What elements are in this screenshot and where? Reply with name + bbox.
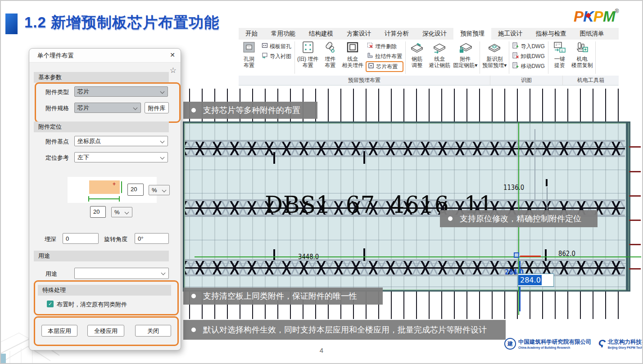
chevron-down-icon: [161, 271, 166, 275]
hole-layout-icon: [242, 41, 256, 55]
callout-multi-attachment: 支持芯片等多种附件的布置: [183, 102, 317, 119]
dim-862: 862.0: [558, 250, 575, 258]
chip-layout-button-highlighted[interactable]: 芯片布置: [366, 61, 403, 72]
recognize-embed-button[interactable]: 新识别 预留预埋▾: [481, 40, 508, 76]
toolbar-separator: [595, 41, 596, 74]
chevron-down-icon: [160, 139, 165, 144]
offset-bottom-input[interactable]: 20: [90, 206, 106, 218]
svg-text:E: E: [561, 49, 563, 52]
mep-floor-copy-button[interactable]: 机电 楼层复制: [570, 40, 594, 76]
tab-fangan[interactable]: 方案设计: [340, 28, 378, 40]
embed-depth-label: 埋深: [45, 235, 56, 243]
usage-select[interactable]: [74, 268, 169, 279]
apply-floor-button[interactable]: 本层应用: [41, 325, 77, 337]
clear-same-type-checkbox[interactable]: ✓: [47, 301, 54, 307]
unload-dwg-icon: [512, 52, 519, 60]
pkpm-logo: PKPM®: [574, 8, 618, 25]
tab-tuzhi[interactable]: 图纸清单: [573, 28, 611, 40]
offset-right-unit-select[interactable]: %: [149, 185, 170, 195]
tab-shenhua[interactable]: 深化设计: [416, 28, 453, 40]
attachment-library-button[interactable]: 附件库: [145, 102, 169, 113]
callout-clear-same-type: 支持清空板上同类附件，保证附件的唯一性: [183, 288, 383, 305]
formwork-hole-button[interactable]: 模板留孔: [260, 41, 293, 51]
tab-kaishi[interactable]: 开始: [239, 28, 264, 40]
section-special-handle: 特殊处理: [38, 285, 171, 296]
embed-delete-icon: [367, 42, 373, 50]
toolbar-separator: [548, 41, 548, 74]
dialog-titlebar[interactable]: 单个埋件布置 ✕: [29, 49, 181, 63]
old-embed-layout-icon: [301, 41, 315, 55]
tab-shigong[interactable]: 施工设计: [491, 28, 529, 40]
old-embed-layout-button[interactable]: (旧) 埋件 布置: [296, 40, 320, 76]
move-dwg-button[interactable]: 移动DWG: [511, 61, 546, 71]
offset-bottom-unit-select[interactable]: %: [111, 207, 132, 217]
embed-tools-stack: 埋件删除 拉结件布置 芯片布置: [365, 40, 404, 76]
dimension-edit-input[interactable]: 284.0: [518, 274, 554, 287]
ribbon-group-captions: 预留预埋布置 识图 机电工具箱: [239, 76, 619, 85]
move-dwg-icon: [512, 62, 519, 70]
hole-layout-button[interactable]: 孔洞 布置: [239, 40, 259, 76]
locate-ref-label: 定位参考: [45, 154, 69, 162]
ribbon-toolbar: 孔洞 布置 模板留孔 导入衬图 (旧) 埋件 布置 埋件 布置: [239, 40, 619, 76]
tab-jiegou[interactable]: 结构建模: [302, 28, 340, 40]
embed-layout-button[interactable]: 埋件 布置: [320, 40, 340, 76]
tie-layout-button[interactable]: 拉结件布置: [366, 51, 403, 61]
rotate-angle-input[interactable]: 0°: [135, 233, 169, 244]
favorite-star-icon[interactable]: ☆: [170, 66, 177, 75]
preview-basepoint-cross: +: [113, 181, 116, 187]
group-caption-embed-layout: 预留预埋布置: [239, 76, 490, 85]
attachment-type-label: 附件类型: [45, 88, 69, 96]
footer-logos: 建 中国建筑科学研究院有限公司 China Academy of Buildin…: [504, 337, 643, 350]
close-button[interactable]: 关闭: [135, 325, 171, 337]
mep-floor-copy-icon: [575, 41, 589, 55]
bullet-icon: [448, 216, 453, 221]
toolbar-separator: [405, 41, 406, 74]
highlight-box-buttons: 本层应用 全楼应用 关闭: [34, 316, 179, 346]
formwork-stack: 模板留孔 导入衬图: [259, 40, 294, 76]
wirebox-avoid-rebar-icon: [433, 41, 446, 55]
offset-right-input[interactable]: 20: [127, 184, 144, 196]
unload-dwg-button[interactable]: 卸载DWG: [511, 51, 546, 61]
tab-zhibiao[interactable]: 指标与检查: [529, 28, 573, 40]
base-point-select[interactable]: 坐标原点: [74, 136, 168, 146]
apply-building-button[interactable]: 全楼应用: [87, 325, 124, 337]
import-dwg-icon: [512, 42, 519, 50]
glory-pkpm-glyph-icon: Ϛ: [597, 337, 607, 350]
one-key-submit-button[interactable]: E 一键 提资: [549, 40, 570, 76]
embed-delete-button[interactable]: 埋件删除: [366, 41, 403, 51]
callout-batch-apply: 默认对选择构件生效，同时支持本层应用和全楼应用，批量完成芯片等附件设计: [183, 320, 506, 340]
tab-changyong[interactable]: 常用功能: [264, 28, 302, 40]
page-title: 1.2 新增预制板芯片布置功能: [24, 13, 219, 33]
title-accent-square: [5, 13, 18, 34]
attachment-spec-select[interactable]: 芯片: [74, 103, 141, 113]
bullet-icon: [191, 294, 196, 298]
import-underlay-button[interactable]: 导入衬图: [260, 51, 293, 61]
wirebox-avoid-rebar-button[interactable]: 线盒 避让钢筋: [427, 40, 452, 76]
watermark-corner-accent: [1, 354, 6, 364]
truss-rebar-band-bottom: [185, 259, 625, 276]
rebar-adjust-button[interactable]: 钢筋 调整: [407, 40, 427, 76]
chevron-down-icon: [133, 106, 138, 110]
recognize-embed-icon: [488, 41, 501, 55]
import-dwg-button[interactable]: 导入DWG: [511, 41, 546, 51]
toolbar-separator: [480, 41, 480, 74]
ribbon-tabbar: 开始 常用功能 结构建模 方案设计 计算分析 深化设计 预留预埋 施工设计 指标…: [239, 28, 619, 40]
attachment-type-select[interactable]: 芯片: [74, 86, 168, 97]
embed-depth-input[interactable]: 0: [63, 233, 99, 244]
chevron-down-icon: [160, 90, 165, 94]
wirebox-embed-button[interactable]: 线盒 相关埋件: [340, 40, 365, 76]
chevron-down-icon: [160, 155, 165, 160]
dialog-title: 单个埋件布置: [37, 52, 74, 60]
ribbon: 开始 常用功能 结构建模 方案设计 计算分析 深化设计 预留预埋 施工设计 指标…: [239, 28, 619, 85]
locate-ref-select[interactable]: 左下: [74, 152, 168, 162]
page-number: 4: [316, 346, 327, 354]
tab-jisuan[interactable]: 计算分析: [378, 28, 416, 40]
chevron-down-icon: [125, 210, 129, 215]
attachment-fix-rebar-button[interactable]: 附件 固定钢筋▾: [452, 40, 479, 76]
close-icon[interactable]: ✕: [170, 51, 175, 58]
slide-page: 1.2 新增预制板芯片布置功能 PKPM® 开始 常用功能 结构建模 方案设计 …: [0, 0, 643, 364]
preview-horizontal-dim: [89, 198, 120, 199]
rotate-angle-label: 旋转角度: [104, 235, 127, 243]
section-attachment-locate: 附件定位: [34, 121, 169, 132]
tab-yuliu-yumai-active[interactable]: 预留预埋: [453, 28, 491, 40]
